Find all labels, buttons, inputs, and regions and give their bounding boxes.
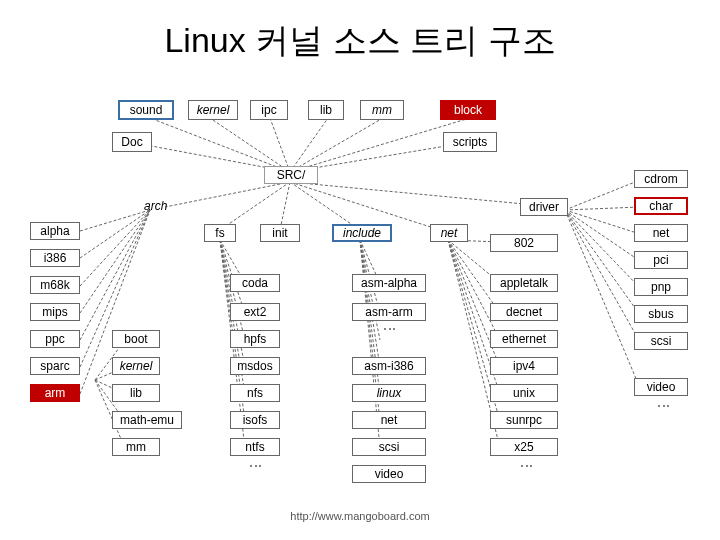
svg-line-12 [80,210,150,340]
svg-line-11 [80,210,150,313]
node-appletalk: appletalk [490,274,558,292]
node-coda: coda [230,274,280,292]
svg-line-10 [80,210,150,286]
node-mathemu: math-emu [112,411,182,429]
node-mm-sub: mm [112,438,160,456]
node-hpfs: hpfs [230,330,280,348]
node-inc-net: net [352,411,426,429]
dots-icon: ⋮ [383,323,397,334]
node-init: init [260,224,300,242]
svg-line-47 [565,210,640,288]
node-asm-alpha: asm-alpha [352,274,426,292]
node-unix: unix [490,384,558,402]
node-x25: x25 [490,438,558,456]
node-doc: Doc [112,132,152,152]
node-i386: i386 [30,249,80,267]
node-char: char [634,197,688,215]
node-mips: mips [30,303,80,321]
node-drv-video: video [634,378,688,396]
svg-line-4 [290,118,383,172]
node-asm-i386: asm-i386 [352,357,426,375]
node-ext2: ext2 [230,303,280,321]
diagram-lines [0,0,720,540]
node-pnp: pnp [634,278,688,296]
svg-line-46 [565,210,640,261]
node-cdrom: cdrom [634,170,688,188]
svg-line-49 [565,210,640,342]
page-title: Linux 커널 소스 트리 구조 [0,18,720,64]
dots-icon: ⋮ [249,460,263,471]
node-ppc: ppc [30,330,80,348]
svg-line-15 [165,182,290,207]
svg-line-17 [280,182,290,230]
node-drv-net: net [634,224,688,242]
node-sunrpc: sunrpc [490,411,558,429]
node-pci: pci [634,251,688,269]
node-sparc: sparc [30,357,80,375]
node-linux: linux [352,384,426,402]
footer-url: http://www.mangoboard.com [0,510,720,522]
node-ntfs: ntfs [230,438,280,456]
node-block: block [440,100,496,120]
node-nfs: nfs [230,384,280,402]
node-msdos: msdos [230,357,280,375]
svg-line-0 [150,118,290,172]
svg-line-43 [565,180,640,210]
svg-line-50 [565,210,640,388]
node-sbus: sbus [634,305,688,323]
svg-line-16 [220,182,290,230]
node-ipc: ipc [250,100,288,120]
node-driver: driver [520,198,568,216]
node-boot: boot [112,330,160,348]
node-ipv4: ipv4 [490,357,558,375]
node-sound: sound [118,100,174,120]
dots-icon: ⋮ [520,460,534,471]
node-m68k: m68k [30,276,80,294]
svg-line-18 [290,182,360,230]
node-inc-scsi: scsi [352,438,426,456]
svg-line-19 [290,182,440,230]
svg-line-3 [290,118,328,172]
node-alpha: alpha [30,222,80,240]
node-fs: fs [204,224,236,242]
node-802: 802 [490,234,558,252]
node-kernel-top: kernel [188,100,238,120]
svg-line-44 [565,207,640,210]
node-asm-arm: asm-arm [352,303,426,321]
svg-line-48 [565,210,640,315]
svg-line-45 [565,210,640,234]
node-net: net [430,224,468,242]
node-mm-top: mm [360,100,404,120]
dots-icon: ⋮ [657,400,671,411]
svg-line-2 [270,118,290,172]
node-decnet: decnet [490,303,558,321]
svg-line-9 [80,210,150,258]
node-ethernet: ethernet [490,330,558,348]
node-lib-top: lib [308,100,344,120]
node-include: include [332,224,392,242]
svg-line-20 [290,182,535,205]
node-kernel-sub: kernel [112,357,160,375]
node-src: SRC/ [264,166,318,184]
node-arch: arch [140,198,171,214]
svg-line-1 [210,118,290,172]
node-arm: arm [30,384,80,402]
node-lib-sub: lib [112,384,160,402]
node-isofs: isofs [230,411,280,429]
node-drv-scsi: scsi [634,332,688,350]
node-inc-video: video [352,465,426,483]
node-scripts: scripts [443,132,497,152]
